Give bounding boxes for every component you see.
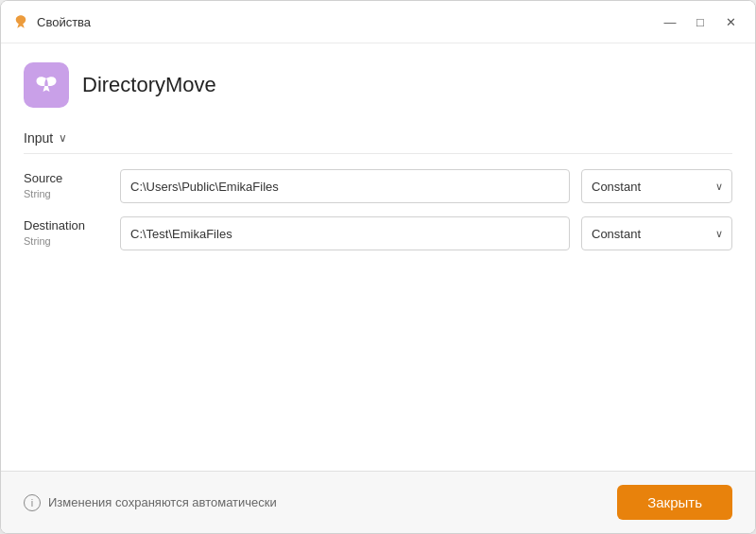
destination-label: Destination (24, 218, 109, 234)
footer-info: i Изменения сохраняются автоматически (24, 494, 277, 511)
source-row: Source String Constant Variable Expressi… (24, 169, 732, 203)
source-input[interactable] (120, 169, 570, 203)
title-bar-text: Свойства (37, 15, 91, 29)
app-icon (24, 62, 69, 108)
section-chevron[interactable]: ∨ (59, 131, 67, 145)
section-header: Input ∨ (24, 130, 732, 154)
source-select-wrapper: Constant Variable Expression ∨ (581, 169, 732, 203)
content-area: DirectoryMove Input ∨ Source String Cons… (1, 43, 755, 471)
minimize-button[interactable]: — (657, 9, 683, 35)
source-label: Source (24, 171, 109, 187)
butterfly-icon (33, 72, 60, 98)
source-label-group: Source String (24, 171, 109, 200)
source-select[interactable]: Constant Variable Expression (581, 169, 732, 203)
title-bar: Свойства — □ ✕ (1, 1, 755, 43)
app-title: DirectoryMove (82, 73, 216, 97)
footer: i Изменения сохраняются автоматически За… (1, 471, 755, 533)
section-label: Input (24, 130, 53, 146)
close-window-button[interactable]: ✕ (717, 9, 744, 35)
app-title-icon (12, 13, 29, 30)
close-button[interactable]: Закрыть (617, 485, 732, 520)
destination-type: String (24, 234, 109, 248)
info-icon: i (24, 494, 41, 511)
title-bar-left: Свойства (12, 13, 91, 30)
destination-input[interactable] (120, 216, 570, 250)
destination-label-group: Destination String (24, 218, 109, 248)
main-window: Свойства — □ ✕ DirectoryMove Input ∨ (0, 0, 756, 534)
title-bar-controls: — □ ✕ (657, 9, 744, 35)
app-header: DirectoryMove (24, 62, 732, 108)
destination-row: Destination String Constant Variable Exp… (24, 216, 732, 250)
destination-select[interactable]: Constant Variable Expression (581, 216, 732, 250)
source-type: String (24, 187, 109, 200)
footer-info-text: Изменения сохраняются автоматически (48, 495, 277, 509)
maximize-button[interactable]: □ (687, 9, 713, 35)
destination-select-wrapper: Constant Variable Expression ∨ (581, 216, 732, 250)
